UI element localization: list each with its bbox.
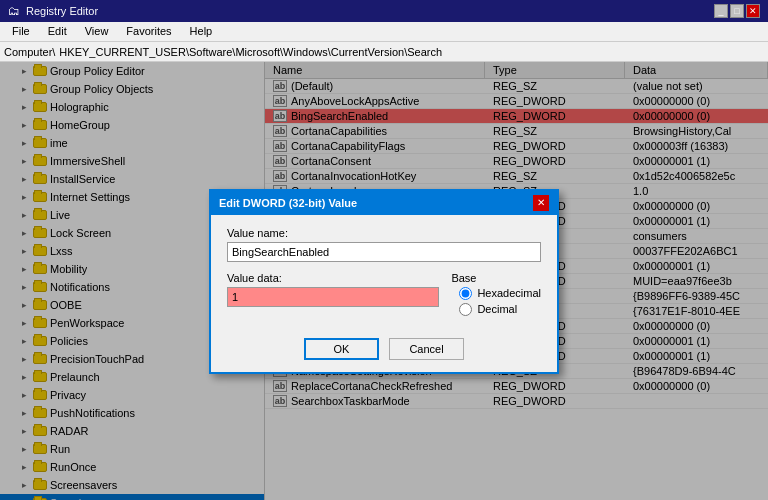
title-bar-controls: _ □ ✕ — [714, 4, 760, 18]
hexadecimal-radio[interactable] — [459, 287, 472, 300]
modal-body: Value name: Value data: Base Hexadecimal — [211, 215, 557, 372]
ok-button[interactable]: OK — [304, 338, 379, 360]
value-data-input[interactable] — [227, 287, 439, 307]
hexadecimal-radio-item[interactable]: Hexadecimal — [459, 287, 541, 300]
title-bar-text: Registry Editor — [26, 5, 98, 17]
address-bar: Computer\ HKEY_CURRENT_USER\Software\Mic… — [0, 42, 768, 62]
menu-edit[interactable]: Edit — [40, 24, 75, 39]
cancel-button[interactable]: Cancel — [389, 338, 464, 360]
modal-close-button[interactable]: ✕ — [533, 195, 549, 211]
menu-help[interactable]: Help — [182, 24, 221, 39]
base-label: Base — [451, 272, 541, 284]
hexadecimal-label: Hexadecimal — [477, 287, 541, 299]
address-label: Computer\ — [4, 46, 55, 58]
menu-favorites[interactable]: Favorites — [118, 24, 179, 39]
value-data-label: Value data: — [227, 272, 439, 284]
modal-title: Edit DWORD (32-bit) Value — [219, 197, 357, 209]
address-path: HKEY_CURRENT_USER\Software\Microsoft\Win… — [59, 46, 764, 58]
title-bar: 🗂 Registry Editor _ □ ✕ — [0, 0, 768, 22]
value-data-group: Value data: — [227, 272, 439, 316]
app-icon: 🗂 — [8, 4, 20, 18]
close-button[interactable]: ✕ — [746, 4, 760, 18]
edit-dword-modal: Edit DWORD (32-bit) Value ✕ Value name: … — [209, 189, 559, 374]
decimal-radio-item[interactable]: Decimal — [459, 303, 541, 316]
decimal-radio[interactable] — [459, 303, 472, 316]
modal-overlay: Edit DWORD (32-bit) Value ✕ Value name: … — [0, 62, 768, 500]
modal-title-bar: Edit DWORD (32-bit) Value ✕ — [211, 191, 557, 215]
value-name-label: Value name: — [227, 227, 541, 239]
menu-file[interactable]: File — [4, 24, 38, 39]
decimal-label: Decimal — [477, 303, 517, 315]
maximize-button[interactable]: □ — [730, 4, 744, 18]
menu-bar: File Edit View Favorites Help — [0, 22, 768, 42]
menu-view[interactable]: View — [77, 24, 117, 39]
base-group: Base Hexadecimal Decimal — [451, 272, 541, 316]
modal-buttons: OK Cancel — [227, 338, 541, 360]
value-name-input[interactable] — [227, 242, 541, 262]
base-radio-group: Hexadecimal Decimal — [459, 287, 541, 316]
value-name-group: Value name: — [227, 227, 541, 262]
minimize-button[interactable]: _ — [714, 4, 728, 18]
